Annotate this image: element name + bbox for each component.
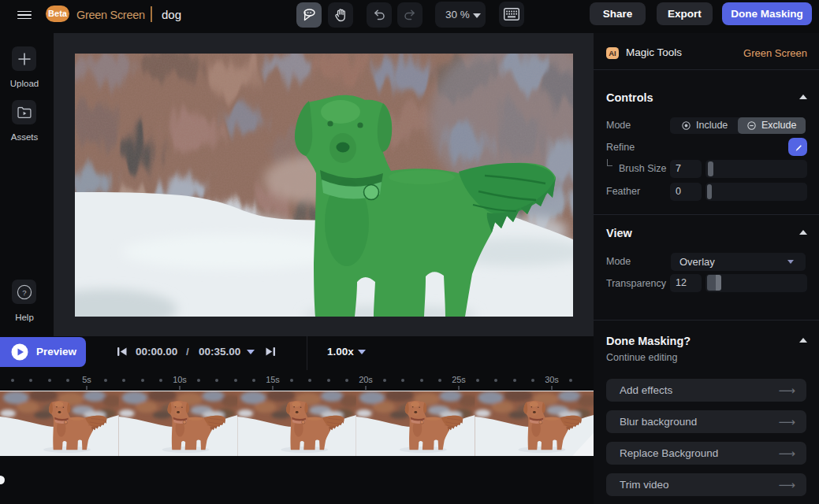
svg-text:?: ? <box>22 287 26 296</box>
